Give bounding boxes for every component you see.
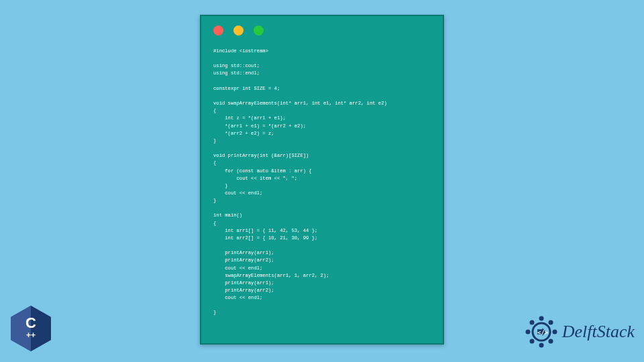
svg-point-11 [525,330,530,335]
brand-mark-icon: </> [523,314,559,350]
svg-point-10 [529,339,534,344]
svg-text:</>: </> [537,329,549,336]
maximize-icon [254,25,264,36]
svg-point-9 [539,343,543,348]
code-window: #include <iostream> using std::cout; usi… [200,15,444,345]
close-icon [213,25,223,36]
code-block: #include <iostream> using std::cout; usi… [201,41,443,325]
svg-text:++: ++ [26,330,36,340]
minimize-icon [233,25,244,36]
cpp-badge-icon: C ++ [9,304,52,353]
svg-text:C: C [25,314,36,331]
svg-point-7 [552,330,557,335]
brand-logo: </> DelftStack [523,314,635,350]
svg-point-12 [529,320,534,325]
brand-name: DelftStack [562,322,635,342]
svg-point-6 [548,320,553,325]
svg-point-5 [539,316,543,321]
svg-point-8 [548,339,553,344]
window-controls [201,16,443,41]
